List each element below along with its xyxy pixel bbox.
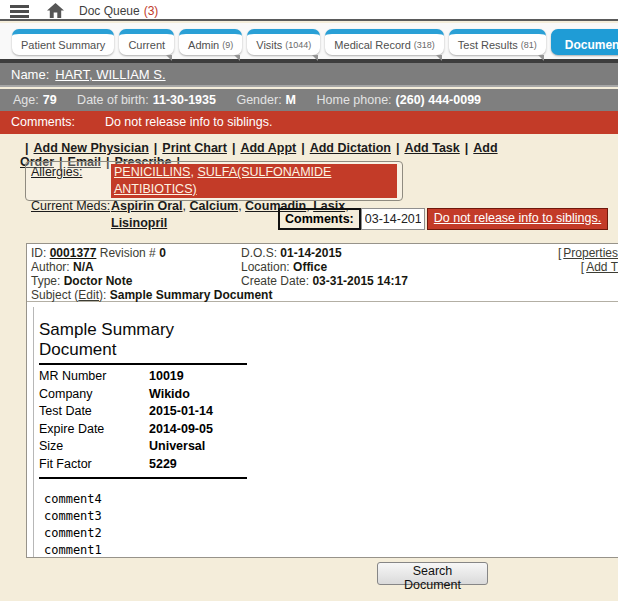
document-viewer: Sample Summary Document MR Number10019Co… — [33, 307, 618, 557]
comment-line: comment3 — [44, 508, 618, 525]
action-link-print-chart[interactable]: Print Chart — [162, 141, 227, 155]
phone-group: Home phone:(260) 444-0099 — [317, 93, 482, 107]
id-line: ID: 0001377 Revision # 0 — [31, 246, 272, 260]
add-link[interactable]: Add T — [586, 260, 618, 274]
dropdown-fold-icon — [538, 55, 544, 61]
allergy-meds-panel: Allergies: PENICILLINS, SULFA(SULFONAMID… — [25, 161, 403, 201]
comment-line: comment4 — [44, 491, 618, 508]
dropdown-fold-icon — [166, 55, 172, 61]
link-separator: | — [396, 141, 400, 155]
dos-label: D.O.S: — [241, 246, 277, 260]
action-link-add-new-physician[interactable]: Add New Physician — [34, 141, 149, 155]
author-label: Author: — [31, 260, 70, 274]
tab-document-s[interactable]: Document S — [551, 29, 618, 55]
revision-label: Revision # — [100, 246, 156, 260]
allergy-item[interactable]: PENICILLINS — [114, 165, 190, 179]
tab-patient-summary[interactable]: Patient Summary — [12, 29, 114, 55]
tab-label: Test Results — [458, 39, 518, 51]
location-value: Office — [293, 260, 327, 274]
document-fields: MR Number10019CompanyWikidoTest Date2015… — [39, 368, 247, 479]
document-comments: comment4comment3comment2comment1 — [44, 491, 618, 557]
comments-alert-bar: Comments:Do not release info to siblings… — [0, 111, 618, 134]
metadata-right-column: [Properties [Add T — [558, 246, 618, 274]
properties-link[interactable]: Properties — [563, 246, 618, 260]
document-field-row: Fit Factor5229 — [39, 456, 247, 474]
field-label: Test Date — [39, 403, 149, 421]
subject-edit-link[interactable]: Edit — [78, 288, 99, 302]
tab-visits[interactable]: Visits(1044) — [247, 29, 320, 55]
document-heading: Sample Summary Document — [39, 320, 247, 365]
allergies-link[interactable]: Allergies: — [31, 165, 82, 179]
field-label: MR Number — [39, 368, 149, 386]
menu-icon[interactable] — [10, 5, 29, 18]
document-metadata: ID: 0001377 Revision # 0 Author: N/A Typ… — [27, 244, 618, 302]
metadata-middle-column: D.O.S: 01-14-2015 Location: Office Creat… — [241, 246, 408, 288]
create-date-label: Create Date: — [241, 274, 309, 288]
tab-count-badge: (318) — [414, 40, 435, 50]
subject-line: Subject (Edit): Sample Summary Document — [31, 288, 272, 302]
alert-text: Do not release info to siblings. — [105, 115, 272, 129]
dropdown-fold-icon — [436, 55, 442, 61]
author-line: Author: N/A — [31, 260, 272, 274]
field-value: 10019 — [149, 368, 184, 386]
create-date-value: 03-31-2015 14:17 — [312, 274, 407, 288]
tab-test-results[interactable]: Test Results(81) — [449, 29, 546, 55]
field-label: Fit Factor — [39, 456, 149, 474]
location-line: Location: Office — [241, 260, 408, 274]
tab-medical-record[interactable]: Medical Record(318) — [325, 29, 443, 55]
document-field-row: MR Number10019 — [39, 368, 247, 386]
gender-label: Gender: — [236, 93, 281, 107]
action-link-add-appt[interactable]: Add Appt — [240, 141, 296, 155]
action-link-add-dictation[interactable]: Add Dictation — [310, 141, 391, 155]
comment-date-input[interactable] — [361, 208, 425, 230]
author-value: N/A — [73, 260, 94, 274]
tab-bar: Patient SummaryCurrentAdmin(9)Visits(104… — [0, 23, 618, 63]
app-window: Doc Queue(3) Patient SummaryCurrentAdmin… — [0, 0, 618, 601]
link-separator: | — [25, 141, 29, 155]
subject-prefix: Subject ( — [31, 288, 78, 302]
document-panel: ID: 0001377 Revision # 0 Author: N/A Typ… — [26, 243, 618, 558]
tab-admin[interactable]: Admin(9) — [179, 29, 242, 55]
field-label: Expire Date — [39, 421, 149, 439]
subject-value: Sample Summary Document — [110, 288, 273, 302]
id-label: ID: — [31, 246, 46, 260]
gender-value: M — [286, 93, 296, 107]
dob-group: Date of birth:11-30-1935 — [77, 93, 216, 107]
metadata-left-column: ID: 0001377 Revision # 0 Author: N/A Typ… — [31, 246, 272, 302]
age-label: Age: — [13, 93, 39, 107]
dob-label: Date of birth: — [77, 93, 149, 107]
field-value: Wikido — [149, 386, 190, 404]
med-item[interactable]: Lisinopril — [111, 216, 167, 230]
meds-label-cell: Current Meds: — [31, 198, 111, 232]
med-item[interactable]: Calcium — [190, 199, 239, 213]
dropdown-fold-icon — [312, 55, 318, 61]
document-field-row: Test Date2015-01-14 — [39, 403, 247, 421]
document-id-link[interactable]: 0001377 — [50, 246, 97, 260]
revision-value: 0 — [159, 246, 166, 260]
top-bar: Doc Queue(3) — [0, 0, 618, 21]
action-link-add-task[interactable]: Add Task — [404, 141, 459, 155]
dos-line: D.O.S: 01-14-2015 — [241, 246, 408, 260]
patient-name-bar: Name:HART, WILLIAM S. — [0, 63, 618, 87]
page-title: Doc Queue(3) — [79, 4, 158, 18]
tab-label: Patient Summary — [21, 39, 105, 51]
type-value: Doctor Note — [64, 274, 133, 288]
field-value: 2014-09-05 — [149, 421, 213, 439]
comments-widget: Comments: Do not release info to sibling… — [278, 208, 608, 230]
med-item[interactable]: Aspirin Oral — [111, 199, 183, 213]
tab-count-badge: (1044) — [285, 40, 311, 50]
comment-note-link[interactable]: Do not release info to siblings. — [427, 208, 608, 230]
properties-bracket: [ — [558, 246, 561, 260]
home-icon[interactable] — [47, 3, 64, 18]
med-separator: , — [183, 199, 190, 213]
create-date-line: Create Date: 03-31-2015 14:17 — [241, 274, 408, 288]
tab-current[interactable]: Current — [119, 29, 174, 55]
comment-line: comment2 — [44, 525, 618, 542]
field-label: Company — [39, 386, 149, 404]
search-document-button[interactable]: Search Document — [377, 562, 488, 585]
type-label: Type: — [31, 274, 60, 288]
tab-label: Medical Record — [334, 39, 410, 51]
current-meds-link[interactable]: Current Meds: — [31, 199, 110, 213]
patient-name-link[interactable]: HART, WILLIAM S. — [55, 67, 165, 82]
link-separator: | — [301, 141, 305, 155]
